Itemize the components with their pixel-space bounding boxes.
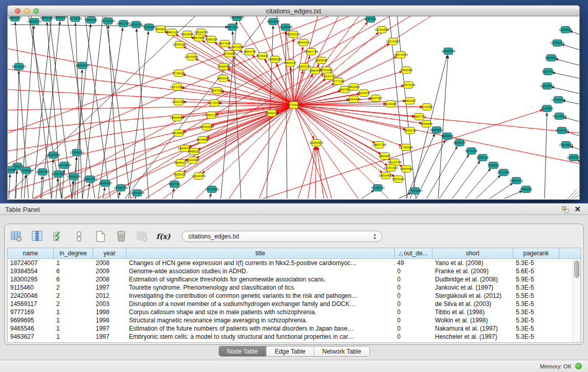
table-cell[interactable]: Tibbo et al. (1998) — [432, 308, 513, 316]
table-cell[interactable]: 0 — [395, 300, 432, 308]
graph-node[interactable]: 11568694 — [19, 167, 33, 174]
graph-node[interactable]: 3911594 — [8, 167, 16, 173]
table-cell[interactable]: 0 — [395, 333, 432, 341]
graph-node[interactable]: 2684067 — [379, 153, 391, 160]
table-row[interactable]: 946362711997Embryonic stem cells: a mode… — [8, 333, 580, 341]
table-cell[interactable]: 9699695 — [8, 316, 54, 324]
graph-node[interactable]: 14569117 — [173, 160, 188, 166]
select-columns-icon[interactable] — [52, 230, 65, 243]
graph-node[interactable]: 15885209 — [268, 56, 282, 63]
table-cell[interactable]: 0 — [395, 292, 432, 300]
table-cell[interactable]: 5.3E-5 — [513, 300, 559, 308]
table-cell[interactable]: 2 — [54, 283, 93, 292]
graph-node[interactable]: 12444154 — [551, 97, 565, 103]
graph-node[interactable]: 7632621 — [487, 162, 500, 169]
graph-node[interactable]: 12353594 — [200, 124, 214, 130]
graph-node[interactable]: 19218846 — [278, 24, 293, 31]
graph-node[interactable]: 8471676 — [497, 169, 510, 176]
table-cell[interactable]: 5.3E-5 — [513, 308, 559, 316]
graph-node[interactable]: 9242848 — [217, 63, 230, 70]
graph-node[interactable]: 2522544 — [392, 176, 405, 183]
graph-node[interactable]: 10653247 — [53, 16, 68, 21]
graph-node[interactable]: 9146821 — [256, 53, 269, 59]
column-header-name[interactable]: name — [8, 248, 54, 258]
table-cell[interactable]: 5.3E-5 — [513, 259, 559, 267]
table-row[interactable]: 1456911722003Disruption of a novel membe… — [8, 300, 580, 308]
table-cell[interactable]: 1 — [54, 324, 93, 333]
table-cell[interactable]: 0 — [395, 275, 432, 283]
graph-node[interactable]: 19654983 — [170, 115, 184, 121]
function-builder-icon[interactable]: f(x) — [157, 230, 170, 243]
table-cell[interactable]: 0 — [395, 316, 432, 324]
graph-node[interactable]: 8454749 — [244, 49, 256, 55]
table-cell[interactable]: 2012 — [93, 292, 126, 300]
graph-node[interactable]: 16543382 — [172, 41, 187, 48]
graph-node[interactable]: 8938923 — [441, 133, 454, 140]
table-cell[interactable]: 0 — [395, 267, 432, 275]
graph-node[interactable]: 10107552 — [171, 99, 186, 105]
graph-node[interactable]: 9465546 — [400, 166, 413, 172]
graph-node[interactable]: 9463627 — [404, 98, 417, 104]
graph-node[interactable]: 3624574 — [358, 90, 371, 97]
column-header-short[interactable]: short — [432, 248, 513, 258]
table-cell[interactable]: 2009 — [93, 267, 126, 275]
graph-node[interactable]: 16961758 — [304, 49, 318, 55]
table-cell[interactable]: Hescheler et al. (1997) — [432, 333, 513, 341]
graph-node[interactable]: 20160233 — [12, 63, 26, 70]
graph-node[interactable]: 9474444 — [465, 148, 478, 155]
table-cell[interactable]: Estimation of significance thresholds fo… — [126, 275, 395, 283]
graph-node[interactable]: 8427552 — [211, 87, 224, 94]
graph-node[interactable]: 12093822 — [540, 83, 554, 90]
vertical-scrollbar[interactable] — [573, 259, 580, 342]
table-cell[interactable]: 5.3E-5 — [513, 283, 559, 292]
graph-node[interactable]: 2087682 — [364, 16, 377, 23]
graph-node[interactable]: 16210643 — [552, 113, 567, 120]
close-panel-icon[interactable]: ✕ — [574, 205, 581, 214]
column-header-pagerank[interactable]: pagerank — [513, 248, 559, 258]
table-row[interactable]: 969969511998Structural magnetic resonanc… — [8, 316, 580, 324]
graph-node[interactable]: 16939160 — [129, 21, 143, 28]
graph-node[interactable]: 12213987 — [386, 38, 400, 45]
table-cell[interactable]: Structural magnetic resonance image aver… — [126, 316, 395, 324]
show-column-icon[interactable] — [31, 230, 44, 243]
table-cell[interactable]: 49 — [395, 259, 432, 267]
graph-node[interactable]: 11675385 — [567, 155, 579, 161]
table-cell[interactable]: 2008 — [93, 275, 126, 283]
table-row[interactable]: 1830029562008Estimation of significance … — [8, 275, 580, 283]
table-cell[interactable]: 1997 — [93, 283, 126, 292]
graph-node[interactable]: 20553257 — [8, 16, 22, 21]
graph-node[interactable]: 7925402 — [173, 171, 186, 178]
table-cell[interactable]: Estimation of the future numbers of pati… — [126, 324, 395, 333]
graph-node[interactable]: 19166827 — [171, 130, 186, 137]
table-row[interactable]: 2242004622012Investigating the contribut… — [8, 292, 580, 300]
graph-node[interactable]: 17016504 — [559, 142, 573, 148]
graph-node[interactable]: 8912954 — [181, 31, 194, 38]
network-window-titlebar[interactable]: citations_edges.txt — [7, 5, 580, 16]
graph-node[interactable]: 16948784 — [441, 48, 455, 55]
table-cell[interactable]: 2 — [54, 292, 93, 300]
graph-node[interactable]: 12342757 — [35, 169, 50, 176]
graph-node[interactable]: 16914479 — [191, 173, 206, 180]
graph-node[interactable]: 10854112 — [509, 178, 524, 184]
network-canvas[interactable]: 1872400718300295183254191864091016961758… — [7, 16, 580, 199]
graph-node[interactable]: 16033809 — [230, 16, 244, 21]
graph-node[interactable]: 16409954 — [429, 127, 444, 134]
graph-node[interactable]: 9822037 — [284, 60, 297, 67]
tab-network-table[interactable]: Network Table — [314, 346, 369, 356]
table-cell[interactable]: 5.9E-5 — [513, 275, 559, 283]
graph-node[interactable]: 12213382 — [170, 84, 184, 91]
table-row[interactable]: 1938455462009Genome-wide association stu… — [8, 267, 580, 275]
graph-node[interactable]: 15276021 — [68, 16, 82, 22]
table-cell[interactable]: 5.5E-5 — [513, 292, 559, 300]
table-cell[interactable]: 6 — [54, 267, 93, 275]
graph-node[interactable]: 16151323 — [384, 165, 398, 171]
table-cell[interactable]: 5.3E-5 — [513, 316, 559, 324]
graph-node[interactable]: 9827548 — [219, 40, 231, 47]
table-cell[interactable]: 1 — [54, 333, 93, 341]
table-cell[interactable]: Disruption of a novel member of a sodium… — [126, 300, 395, 308]
graph-node[interactable]: 6216004 — [384, 101, 397, 107]
memory-status-icon[interactable] — [575, 363, 582, 369]
table-cell[interactable]: 9115460 — [8, 283, 54, 292]
graph-node[interactable]: 10807487 — [368, 95, 383, 102]
table-cell[interactable]: 1998 — [93, 316, 126, 324]
